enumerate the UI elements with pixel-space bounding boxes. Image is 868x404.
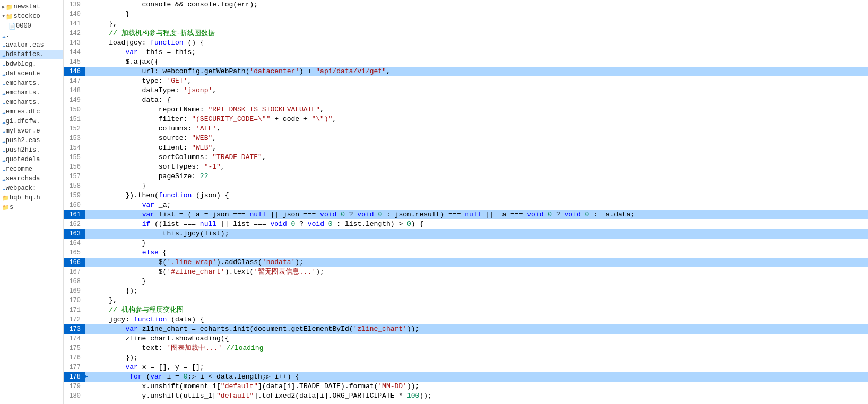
line-content-177: var x = [], y = []; bbox=[92, 363, 868, 372]
line-content-153: source: "WEB", bbox=[92, 134, 868, 143]
cloud-icon: ☁ bbox=[2, 51, 6, 58]
line-arrow-178: ▶ bbox=[85, 372, 92, 382]
sidebar-label: avator.eas bbox=[6, 41, 44, 49]
line-number-170: 170 bbox=[64, 296, 85, 305]
sidebar-item-emres[interactable]: ☁ emres.dfc bbox=[0, 107, 63, 117]
cloud-icon: ☁ bbox=[2, 42, 6, 49]
expand-arrow: ▼ bbox=[2, 14, 5, 19]
code-line-172: 172 jgcy: function (data) { bbox=[64, 315, 868, 324]
sidebar-label: datacente bbox=[6, 70, 40, 77]
sidebar-item-webpack[interactable]: ☁ webpack: bbox=[0, 183, 63, 193]
line-content-174: zline_chart.showLoading({ bbox=[92, 334, 868, 344]
line-content-168: } bbox=[92, 277, 868, 286]
line-content-154: client: "WEB", bbox=[92, 143, 868, 153]
code-line-173: 173 var zline_chart = echarts.init(docum… bbox=[64, 324, 868, 334]
sidebar-item-datacente[interactable]: ☁ datacente bbox=[0, 69, 63, 78]
cloud-icon: ☁ bbox=[2, 71, 6, 77]
line-number-153: 153 bbox=[64, 134, 85, 143]
sidebar-label: newstat bbox=[13, 3, 40, 11]
line-number-171: 171 bbox=[64, 305, 85, 315]
sidebar-item-push2his[interactable]: ☁ push2his. bbox=[0, 145, 63, 155]
code-line-178: 178 ▶ for (var i = 0;▷ i < data.length;▷… bbox=[64, 372, 868, 382]
sidebar-item-hqb[interactable]: 📁 hqb_hq.h bbox=[0, 193, 63, 203]
cloud-icon: ☁ bbox=[2, 80, 6, 87]
code-line-151: 151 filter: "(SECURITY_CODE=\"" + code +… bbox=[64, 115, 868, 124]
sidebar-item-quotedela[interactable]: ☁ quotedela bbox=[0, 155, 63, 164]
line-content-141: }, bbox=[92, 19, 868, 29]
line-content-142: // 加载机构参与程度-折线图数据 bbox=[92, 29, 868, 38]
line-number-147: 147 bbox=[64, 76, 85, 86]
cloud-icon: ☁ bbox=[2, 166, 6, 173]
line-content-150: reportName: "RPT_DMSK_TS_STOCKEVALUATE", bbox=[92, 105, 868, 115]
sidebar-item-emcharts3[interactable]: ☁ emcharts. bbox=[0, 98, 63, 107]
line-content-173: var zline_chart = echarts.init(document.… bbox=[92, 324, 868, 334]
sidebar-item-s[interactable]: 📁 s bbox=[0, 203, 63, 212]
code-line-152: 152 columns: 'ALL', bbox=[64, 124, 868, 134]
line-number-156: 156 bbox=[64, 162, 85, 172]
code-line-140: 140 } bbox=[64, 10, 868, 19]
line-content-167: $('#zline_chart').text('暂无图表信息...'); bbox=[92, 267, 868, 277]
line-content-152: columns: 'ALL', bbox=[92, 124, 868, 134]
sidebar-label: emres.dfc bbox=[6, 108, 40, 116]
sidebar-item-recomme[interactable]: ☁ recomme bbox=[0, 164, 63, 174]
code-line-175: 175 text: '图表加载中...' //loading bbox=[64, 344, 868, 353]
line-content-160: var _a; bbox=[92, 200, 868, 210]
code-line-149: 149 data: { bbox=[64, 95, 868, 105]
cloud-icon: ☁ bbox=[2, 156, 6, 163]
line-content-176: }); bbox=[92, 353, 868, 363]
sidebar-item-0000[interactable]: 📄 0000 bbox=[0, 21, 63, 31]
sidebar-item-newstat[interactable]: ▶ 📁 newstat bbox=[0, 2, 63, 12]
line-number-164: 164 bbox=[64, 239, 85, 248]
sidebar-item-push2eas[interactable]: ☁ push2.eas bbox=[0, 136, 63, 145]
code-line-164: 164 } bbox=[64, 239, 868, 248]
cloud-icon: ☁ bbox=[2, 90, 6, 96]
sidebar-item-myfavor[interactable]: ☁ myfavor.e bbox=[0, 126, 63, 136]
code-line-170: 170 }, bbox=[64, 296, 868, 305]
line-number-143: 143 bbox=[64, 38, 85, 48]
line-number-169: 169 bbox=[64, 286, 85, 296]
code-line-145: 145 $.ajax({ bbox=[64, 57, 868, 67]
code-line-174: 174 zline_chart.showLoading({ bbox=[64, 334, 868, 344]
line-number-145: 145 bbox=[64, 57, 85, 67]
code-line-158: 158 } bbox=[64, 181, 868, 191]
sidebar-item-stockco[interactable]: ▼ 📁 stockco bbox=[0, 12, 63, 21]
code-line-148: 148 dataType: 'jsonp', bbox=[64, 86, 868, 95]
sidebar-item-bdstatics[interactable]: ☁ bdstatics. bbox=[0, 50, 63, 59]
code-line-160: 160 var _a; bbox=[64, 200, 868, 210]
line-number-158: 158 bbox=[64, 181, 85, 191]
sidebar-item-avator[interactable]: ☁ avator.eas bbox=[0, 40, 63, 50]
sidebar-item-emcharts1[interactable]: ☁ emcharts. bbox=[0, 78, 63, 88]
sidebar-item-searchada[interactable]: ☁ searchada bbox=[0, 174, 63, 183]
line-number-141: 141 bbox=[64, 19, 85, 29]
code-line-162: 162 if ((list === null || list === void … bbox=[64, 219, 868, 229]
code-line-169: 169 }); bbox=[64, 286, 868, 296]
code-line-171: 171 // 机构参与程度变化图 bbox=[64, 305, 868, 315]
sidebar-item-g1[interactable]: ☁ g1.dfcfw. bbox=[0, 117, 63, 126]
code-line-176: 176 }); bbox=[64, 353, 868, 363]
sidebar-item-dot[interactable]: ☁ . bbox=[0, 31, 63, 40]
line-content-158: } bbox=[92, 181, 868, 191]
line-number-175: 175 bbox=[64, 344, 85, 353]
code-line-155: 155 sortColumns: "TRADE_DATE", bbox=[64, 153, 868, 162]
cloud-icon: ☁ bbox=[2, 109, 6, 116]
sidebar-item-emcharts2[interactable]: ☁ emcharts. bbox=[0, 88, 63, 98]
code-line-168: 168 } bbox=[64, 277, 868, 286]
line-content-146: url: webconfig.getWebPath('datacenter') … bbox=[92, 67, 868, 76]
folder-icon: 📁 bbox=[6, 4, 13, 11]
code-editor[interactable]: 139 console && console.log(err); 140 } 1… bbox=[64, 0, 868, 404]
sidebar-label: hqb_hq.h bbox=[10, 194, 40, 201]
sidebar: ▶ 📁 newstat ▼ 📁 stockco 📄 0000 ☁ . ☁ ava… bbox=[0, 0, 64, 404]
line-content-144: var _this = this; bbox=[92, 48, 868, 57]
line-content-166: $('.line_wrap').addClass('nodata'); bbox=[92, 258, 868, 267]
line-number-163: 163 bbox=[64, 229, 85, 239]
line-content-157: pageSize: 22 bbox=[92, 172, 868, 181]
line-content-149: data: { bbox=[92, 95, 868, 105]
line-content-139: console && console.log(err); bbox=[92, 0, 868, 10]
sidebar-item-bdwblog[interactable]: ☁ bdwblog. bbox=[0, 59, 63, 69]
line-number-152: 152 bbox=[64, 124, 85, 134]
line-content-161: var list = (_a = json === null || json =… bbox=[92, 210, 868, 219]
line-number-178: 178 bbox=[64, 372, 85, 382]
code-lines: 139 console && console.log(err); 140 } 1… bbox=[64, 0, 868, 401]
sidebar-label: emcharts. bbox=[6, 80, 40, 87]
folder-icon: 📁 bbox=[2, 195, 10, 201]
